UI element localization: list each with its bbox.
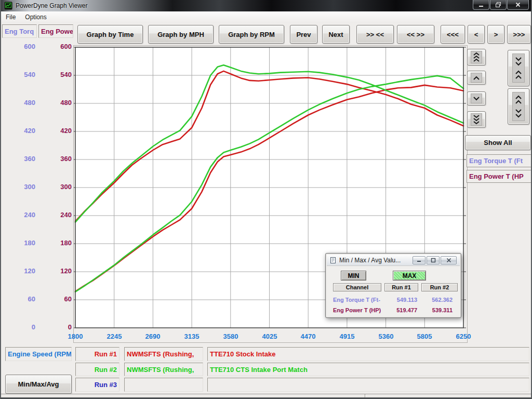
- power-tick-label: 0: [38, 323, 72, 331]
- torque-tick-label: 540: [2, 71, 35, 79]
- popup-minimize-icon: [417, 258, 422, 263]
- popup-torque-run1-value: 549.113: [384, 296, 417, 304]
- popup-column-run1: Run #1: [384, 283, 418, 291]
- popup-title: Min / Max / Avg Valu...: [339, 257, 401, 264]
- torque-tick-label: 600: [2, 43, 35, 51]
- status-bar: [1, 394, 532, 399]
- scroll-left-button[interactable]: <: [468, 25, 485, 44]
- rpm-tick-label: 5360: [370, 332, 402, 340]
- popup-title-bar[interactable]: Min / Max / Avg Valu...: [327, 255, 460, 266]
- show-all-button[interactable]: Show All: [465, 135, 531, 150]
- chevron-down-icon: [473, 96, 480, 101]
- scroll-far-right-button[interactable]: >>>: [507, 25, 531, 44]
- run2-description-box[interactable]: TTE710 CTS Intake Port Match: [207, 363, 529, 376]
- rpm-tick-label: 3135: [176, 332, 207, 340]
- run1-description-box[interactable]: TTE710 Stock Intake: [207, 347, 529, 361]
- graph-by-time-button[interactable]: Graph by Time: [77, 25, 143, 44]
- run3-description-box[interactable]: [207, 378, 529, 392]
- graph-by-mph-button[interactable]: Graph by MPH: [148, 25, 214, 44]
- torque-tick-label: 60: [2, 295, 35, 303]
- minimize-button[interactable]: [473, 0, 489, 10]
- power-tick-label: 540: [38, 71, 72, 79]
- title-bar[interactable]: PowerDyne Graph Viewer: [1, 0, 532, 11]
- rpm-tick-label: 4915: [331, 332, 363, 340]
- rpm-tick-label: 2690: [137, 332, 168, 340]
- torque-channel-box[interactable]: Eng Torque T (Ft: [467, 154, 532, 167]
- menu-file[interactable]: File: [1, 12, 20, 22]
- chevron-up-icon: [473, 75, 480, 81]
- scroll-far-left-button[interactable]: <<<: [441, 25, 465, 44]
- torque-tick-label: 300: [2, 183, 35, 191]
- run3-file-box[interactable]: [124, 378, 203, 392]
- popup-maximize-button[interactable]: [427, 256, 440, 264]
- close-icon: [515, 2, 521, 8]
- rpm-tick-label: 5805: [409, 332, 440, 340]
- torque-tick-label: 360: [2, 155, 35, 163]
- torque-tick-label: 420: [2, 127, 35, 135]
- popup-close-button[interactable]: [441, 256, 457, 264]
- shift-down-fast-button[interactable]: [467, 111, 486, 128]
- status-bar-divider: [365, 394, 365, 399]
- run1-label: Run #1: [75, 347, 119, 361]
- prev-button[interactable]: Prev: [290, 25, 317, 44]
- power-tick-label: 60: [38, 295, 72, 303]
- popup-power-run2-value: 539.311: [421, 307, 453, 314]
- popup-icon: [330, 257, 337, 264]
- popup-power-row-label: Eng Power T (HP): [333, 307, 383, 314]
- run2-file-box[interactable]: NWMSFTS (Rushing,: [124, 363, 203, 376]
- menu-options[interactable]: Options: [20, 12, 51, 22]
- window-title: PowerDyne Graph Viewer: [16, 2, 88, 9]
- popup-minimize-button[interactable]: [413, 256, 425, 264]
- torque-tick-label: 480: [2, 99, 35, 107]
- powerdyne-window: PowerDyne Graph Viewer File Options Eng …: [0, 0, 532, 399]
- torque-tick-label: 120: [2, 267, 35, 275]
- minimize-icon: [478, 2, 484, 8]
- menu-bar: File Options: [1, 11, 532, 23]
- minmaxavg-button[interactable]: Min/Max/Avg: [5, 375, 72, 394]
- shift-up-button[interactable]: [467, 71, 486, 85]
- torque-tick-label: 180: [2, 239, 35, 247]
- torque-axis-header[interactable]: Eng Torq: [2, 24, 37, 38]
- close-button[interactable]: [507, 0, 529, 10]
- restore-button[interactable]: [490, 0, 507, 10]
- zoom-in-x-button[interactable]: >> <<: [356, 25, 394, 44]
- power-axis-header[interactable]: Eng Powe: [38, 24, 73, 38]
- popup-power-run1-value: 519.477: [384, 307, 417, 314]
- compress-scale-button[interactable]: [508, 50, 529, 86]
- minmax-popup-window: Min / Max / Avg Valu... MIN MAX Channel …: [325, 253, 461, 318]
- popup-column-run2: Run #2: [421, 283, 458, 291]
- power-tick-label: 300: [38, 183, 72, 191]
- shift-down-button[interactable]: [467, 91, 486, 105]
- power-channel-box[interactable]: Eng Power T (HP: [467, 170, 532, 183]
- chevron-triple-down-icon: [473, 114, 480, 125]
- power-tick-label: 600: [38, 43, 72, 51]
- popup-column-channel: Channel: [333, 283, 381, 291]
- expand-scale-button[interactable]: [508, 88, 529, 125]
- popup-maximize-icon: [431, 258, 436, 263]
- power-tick-label: 480: [38, 99, 72, 107]
- chevrons-inward-icon: [515, 56, 522, 80]
- rpm-tick-label: 6250: [448, 332, 479, 340]
- rpm-tick-label: 2245: [99, 332, 130, 340]
- torque-tick-label: 240: [2, 211, 35, 219]
- x-channel-box[interactable]: Engine Speed (RPM: [5, 347, 72, 361]
- rpm-tick-label: 4025: [254, 332, 285, 340]
- scroll-right-button[interactable]: >: [487, 25, 504, 44]
- power-tick-label: 360: [38, 155, 72, 163]
- run3-label: Run #3: [75, 378, 119, 392]
- run2-label: Run #2: [75, 363, 119, 376]
- zoom-out-x-button[interactable]: << >>: [397, 25, 434, 44]
- min-button[interactable]: MIN: [341, 271, 366, 281]
- torque-tick-label: 0: [2, 323, 35, 331]
- restore-icon: [495, 2, 501, 8]
- power-tick-label: 420: [38, 127, 72, 135]
- graph-by-rpm-button[interactable]: Graph by RPM: [219, 25, 284, 44]
- rpm-tick-label: 3580: [215, 332, 246, 340]
- next-button[interactable]: Next: [322, 25, 350, 44]
- chevrons-outward-icon: [515, 95, 522, 118]
- shift-up-fast-button[interactable]: [467, 49, 486, 65]
- max-button[interactable]: MAX: [393, 271, 426, 281]
- app-icon: [4, 2, 12, 10]
- chevron-triple-up-icon: [473, 52, 480, 62]
- run1-file-box[interactable]: NWMSFTS (Rushing,: [124, 347, 203, 361]
